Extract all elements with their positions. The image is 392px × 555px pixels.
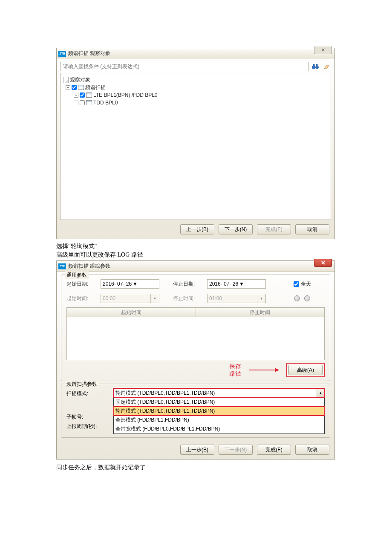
group-title: 频谱扫描参数 (65, 381, 99, 388)
tree-root-label: 观察对象 (70, 76, 90, 84)
cancel-button[interactable]: 取消 (295, 224, 329, 234)
tree-checkbox[interactable] (72, 85, 77, 90)
annotation-arrow-icon (249, 370, 279, 370)
dialog-track-params: ZTE 频谱扫描 跟踪参数 ✕ 通用参数 起始日期: 2016- 07- 26 … (56, 260, 335, 460)
zte-logo: ZTE (58, 263, 66, 269)
general-params-group: 通用参数 起始日期: 2016- 07- 26 ▼ 停止日期: 2016- 07… (61, 275, 330, 381)
finish-button[interactable]: 完成(F) (257, 224, 291, 234)
titlebar[interactable]: ZTE 频谱扫描 跟踪参数 ✕ (57, 261, 334, 272)
document-icon (63, 77, 69, 83)
col-start-time[interactable]: 起始时间 (67, 308, 196, 317)
tree-node[interactable]: − 频谱扫描 (63, 84, 328, 91)
scan-params-group: 频谱扫描参数 扫描模式: 轮询模式 (TDD/BPL0,TDD/BPL1,TDD… (61, 384, 330, 438)
tree-leaf-label: TDD BPL0 (93, 100, 118, 106)
tree-view[interactable]: 观察对象 − 频谱扫描 + LTE BPL1(BPN) /FDD BPL0 + … (60, 73, 331, 220)
stop-date-input[interactable]: 2016- 07- 26 ▼ (207, 279, 266, 289)
close-button[interactable]: ✕ (314, 259, 332, 267)
allday-checkbox[interactable] (294, 281, 299, 287)
svg-rect-3 (316, 64, 317, 66)
report-period-label: 上报周期(秒): (66, 421, 113, 430)
scan-mode-value: 轮询模式 (TDD/BPL0,TDD/BPL1,TDD/BPN) (115, 390, 215, 397)
cancel-button[interactable]: 取消 (295, 445, 329, 455)
button-row: 上一步(B) 下一步(N) 完成(F) 取消 (57, 440, 334, 459)
tree-leaf-label: LTE BPL1(BPN) /FDD BPL0 (93, 92, 158, 98)
tree-checkbox[interactable] (80, 100, 85, 105)
list-icon (86, 100, 92, 105)
button-row: 上一步(B) 下一步(N) 完成(F) 取消 (57, 220, 334, 239)
dropdown-option[interactable]: 全部模式 (FDD/BPL1,FDD/BPN) (114, 416, 324, 425)
search-input[interactable] (60, 62, 309, 71)
svg-marker-4 (324, 65, 329, 69)
dropdown-option[interactable]: 全带宽模式 (FDD/BPL0,FDD/BPL1,FDD/BPN) (114, 425, 324, 434)
start-date-label: 起始日期: (66, 280, 101, 288)
stop-date-label: 停止日期: (173, 280, 207, 288)
time-table: 起始时间 停止时间 (66, 307, 325, 360)
titlebar[interactable]: ZTE 频谱扫描 观察对象 ✕ (57, 48, 334, 59)
back-button[interactable]: 上一步(B) (180, 445, 214, 455)
subframe-label: 子帧号: (66, 412, 113, 421)
dialog-title: 频谱扫描 跟踪参数 (68, 263, 110, 270)
instruction-text: 同步任务之后，数据就开始记录了 (56, 464, 392, 471)
tree-leaf[interactable]: + TDD BPL0 (63, 99, 328, 107)
instruction-text: 选择"轮询模式" (56, 243, 392, 250)
allday-label: 全天 (301, 280, 311, 288)
annotation-save-path: 保存 路径 (229, 363, 241, 377)
close-button[interactable]: ✕ (314, 46, 332, 54)
back-button[interactable]: 上一步(B) (180, 224, 214, 234)
svg-point-0 (312, 66, 315, 69)
binoculars-icon[interactable] (311, 62, 320, 71)
start-time-label: 起始时间: (66, 295, 101, 302)
svg-rect-2 (313, 64, 314, 66)
advanced-highlight: 高级(A) (286, 363, 325, 377)
advanced-button[interactable]: 高级(A) (288, 365, 323, 375)
eraser-icon[interactable] (322, 62, 331, 71)
chevron-down-icon[interactable]: ▼ (257, 294, 265, 303)
start-date-input[interactable]: 2016- 07- 26 ▼ (101, 279, 159, 289)
scan-mode-dropdown[interactable]: 固定模式 (TDD/BPL0,TDD/BPL1,TDD/BPN) 轮询模式 (T… (113, 397, 325, 434)
scan-mode-combo[interactable]: 轮询模式 (TDD/BPL0,TDD/BPL1,TDD/BPN) ▲ (113, 388, 325, 398)
chevron-down-icon[interactable]: ▼ (150, 294, 159, 303)
collapse-icon[interactable]: − (66, 85, 70, 90)
stop-time-label: 停止时间: (173, 295, 207, 302)
tree-leaf[interactable]: + LTE BPL1(BPN) /FDD BPL0 (63, 91, 328, 99)
time-table-body[interactable] (67, 317, 324, 360)
scan-mode-label: 扫描模式: (66, 388, 113, 397)
spinner-up-icon[interactable]: ▲ (317, 389, 324, 397)
tree-node-label: 频谱扫描 (85, 84, 106, 91)
tree-root[interactable]: 观察对象 (63, 76, 328, 84)
finish-button[interactable]: 完成(F) (257, 445, 291, 455)
dropdown-option-selected[interactable]: 轮询模式 (TDD/BPL0,TDD/BPL1,TDD/BPN) (114, 407, 324, 416)
stop-time-input[interactable]: 01:00▼ (207, 294, 266, 303)
radio-button[interactable] (294, 295, 300, 301)
dialog-observe-objects: ZTE 频谱扫描 观察对象 ✕ 观察对象 − 频谱扫描 + LTE BPL (56, 48, 335, 239)
instruction-text: 高级里面可以更改保存 LOG 路径 (56, 251, 392, 259)
svg-point-1 (316, 66, 319, 69)
group-title: 通用参数 (65, 272, 89, 279)
tree-checkbox[interactable] (80, 92, 85, 98)
dialog-title: 频谱扫描 观察对象 (68, 50, 110, 57)
next-button[interactable]: 下一步(N) (219, 224, 253, 234)
list-icon (78, 85, 84, 90)
expand-icon[interactable]: + (74, 93, 78, 98)
col-stop-time[interactable]: 停止时间 (196, 308, 325, 317)
list-icon (86, 92, 92, 98)
next-button[interactable]: 下一步(N) (219, 445, 253, 455)
zte-logo: ZTE (58, 51, 66, 57)
dropdown-option[interactable]: 固定模式 (TDD/BPL0,TDD/BPL1,TDD/BPN) (114, 398, 324, 407)
expand-icon[interactable]: + (74, 101, 78, 105)
radio-button[interactable] (304, 295, 310, 301)
start-time-input[interactable]: 00:00▼ (101, 294, 159, 303)
